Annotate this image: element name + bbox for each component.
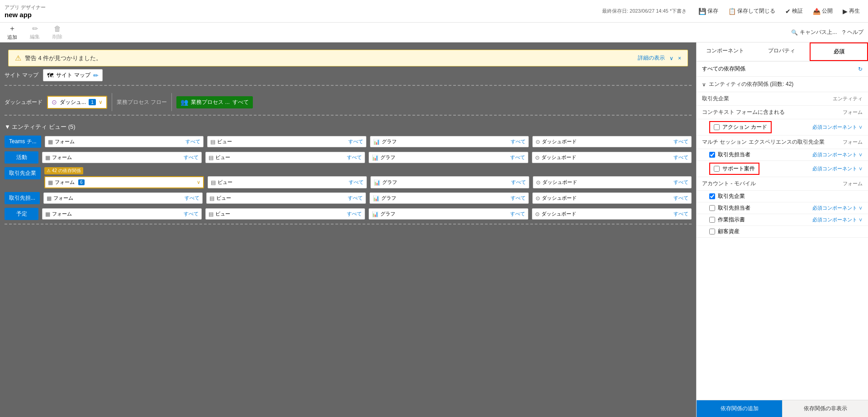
delete-tool[interactable]: 🗑 削除: [50, 24, 65, 41]
help-icon: ?: [842, 29, 845, 36]
entity-view-katsudo[interactable]: ▤ ビュー すべて: [205, 152, 365, 163]
main-toolbar-left: ＋ 追加 ✏ 編集 🗑 削除: [5, 23, 65, 42]
entity-form-torihiki[interactable]: ▦ フォーム 6 ∨: [44, 176, 204, 188]
tab-required[interactable]: 必須: [810, 42, 868, 61]
support-checkbox[interactable]: [714, 166, 720, 172]
warning-left: ⚠ 警告 4 件が見つかりました。: [15, 54, 102, 62]
add-dependency-button[interactable]: 依存関係の追加: [697, 400, 782, 417]
entity-row-1: 活動 ▦ フォーム すべて ▤ ビュー すべて 📊: [5, 151, 692, 164]
divider-3: [5, 224, 692, 225]
entity-form-katsudo[interactable]: ▦ フォーム すべて: [42, 152, 202, 163]
form-icon-tantou: ▦: [47, 195, 52, 201]
app-name: new app: [5, 11, 46, 19]
entity-chart-yotei[interactable]: 📊 グラフ すべて: [369, 208, 528, 220]
dashboard-chevron-icon[interactable]: ∨: [99, 99, 103, 105]
entity-form-teams[interactable]: ▦ フォーム すべて: [45, 136, 204, 147]
entity-btn-tantou[interactable]: 取引先担...: [5, 192, 40, 204]
form-icon-torihiki: ▦: [48, 179, 53, 186]
chevron-down-icon: ∨: [702, 81, 706, 88]
entity-dashboard-yotei[interactable]: ⊙ ダッシュボード すべて: [532, 208, 692, 220]
panel-content: すべての依存関係 ↻ ∨ エンティティの依存関係 (回数: 42) 取引先企業 …: [697, 61, 868, 400]
chart-icon-teams: 📊: [373, 139, 380, 145]
entity-btn-teams[interactable]: Teams チ...: [5, 136, 41, 148]
all-deps-label: すべての依存関係: [702, 65, 745, 73]
sagyou-checkbox[interactable]: [709, 217, 715, 223]
dashboard-icon: ⊙: [52, 98, 57, 106]
entity-view-yotei[interactable]: ▤ ビュー すべて: [205, 208, 365, 220]
entity-view-teams[interactable]: ▤ ビュー すべて: [207, 136, 366, 147]
entity-form-yotei[interactable]: ▦ フォーム すべて: [42, 208, 202, 220]
save-icon: 💾: [698, 8, 706, 15]
warning-message: 警告 4 件が見つかりました。: [25, 54, 102, 62]
view-icon-tantou: ▤: [209, 195, 214, 201]
sagyou-req-link[interactable]: 必須コンポーネント ∨: [812, 216, 863, 223]
warning-chevron-icon[interactable]: ∨: [669, 55, 674, 61]
entity-deps-header[interactable]: ∨ エンティティの依存関係 (回数: 42): [697, 77, 868, 92]
entity-dashboard-tantou[interactable]: ⊙ ダッシュボード すべて: [532, 192, 692, 204]
edit-icon: ✏: [32, 24, 38, 33]
entity-chart-torihiki[interactable]: 📊 グラフ すべて: [370, 176, 529, 188]
redo-button[interactable]: ▶ 再生: [839, 5, 863, 17]
refresh-icon[interactable]: ↻: [858, 66, 863, 72]
main-toolbar-right: 🔍 キャンバス上... ? ヘルプ: [791, 28, 863, 36]
entity-header: ▼ エンティティ ビュー (5): [5, 123, 692, 131]
entity-btn-torihiki[interactable]: 取引先企業: [5, 167, 41, 179]
warning-detail-link[interactable]: 詳細の表示: [638, 54, 665, 62]
add-icon: ＋: [9, 24, 16, 33]
action-card-checkbox-row: アクション カード: [709, 121, 772, 133]
entity-view-tantou[interactable]: ▤ ビュー すべて: [206, 192, 365, 204]
dashboard-icon-katsudo: ⊙: [535, 155, 540, 161]
entity-form-tantou[interactable]: ▦ フォーム すべて: [43, 192, 203, 204]
delete-icon: 🗑: [54, 25, 61, 33]
kokyaku-checkbox[interactable]: [709, 229, 715, 234]
dep-item-tantou-checked: 取引先担当者 必須コンポーネント ∨: [697, 149, 868, 161]
help-tool[interactable]: ? ヘルプ: [842, 28, 863, 36]
all-deps-row[interactable]: すべての依存関係 ↻: [697, 61, 868, 77]
entity-btn-yotei[interactable]: 予定: [5, 208, 38, 220]
sitemap-component[interactable]: 🗺 サイト マップ ✏: [43, 69, 102, 81]
tab-property[interactable]: プロパティ: [753, 42, 810, 61]
action-card-checkbox[interactable]: [714, 124, 720, 130]
add-tool[interactable]: ＋ 追加: [5, 23, 20, 42]
bp-component[interactable]: 👥 業務プロセス ... すべて: [176, 96, 252, 108]
sitemap-edit-icon[interactable]: ✏: [93, 72, 99, 79]
action-card-req-link[interactable]: 必須コンポーネント ∨: [812, 124, 863, 131]
edit-tool[interactable]: ✏ 編集: [27, 23, 43, 41]
tantou2-checkbox[interactable]: [709, 205, 715, 211]
entity-header-text: ▼ エンティティ ビュー (5): [5, 123, 76, 131]
save-close-button[interactable]: 📋 保存して閉じる: [725, 5, 779, 17]
search-tool[interactable]: 🔍 キャンバス上...: [791, 28, 837, 36]
entity-chart-tantou[interactable]: 📊 グラフ すべて: [370, 192, 529, 204]
entity-row-0: Teams チ... ▦ フォーム すべて ▤ ビュー すべて 📊: [5, 136, 692, 148]
validate-button[interactable]: ✔ 検証: [782, 5, 806, 17]
hide-dependency-button[interactable]: 依存関係の非表示: [782, 400, 868, 417]
torihiki-account-checkbox[interactable]: [709, 193, 715, 199]
save-button[interactable]: 💾 保存: [695, 5, 722, 17]
dashboard-icon-yotei: ⊙: [535, 211, 540, 217]
dashboard-icon-teams: ⊙: [536, 139, 540, 145]
entity-btn-katsudo[interactable]: 活動: [5, 151, 38, 164]
section-divider-2: [171, 93, 172, 111]
warning-banner: ⚠ 警告 4 件が見つかりました。 詳細の表示 ∨ ×: [8, 50, 688, 66]
tantou-checkbox[interactable]: [709, 152, 715, 158]
entity-dashboard-torihiki[interactable]: ⊙ ダッシュボード すべて: [533, 176, 692, 188]
entity-view-torihiki[interactable]: ▤ ビュー すべて: [208, 176, 366, 188]
divider-2: [5, 115, 692, 116]
panel-tabs: コンポーネント プロパティ 必須: [697, 42, 868, 61]
entity-rows: Teams チ... ▦ フォーム すべて ▤ ビュー すべて 📊: [5, 136, 692, 220]
entity-dashboard-teams[interactable]: ⊙ ダッシュボード すべて: [532, 136, 692, 147]
entity-chart-katsudo[interactable]: 📊 グラフ すべて: [369, 152, 528, 163]
warning-close-icon[interactable]: ×: [678, 55, 681, 61]
kokyaku-checkbox-row: 顧客資産: [709, 228, 740, 235]
entity-dashboard-katsudo[interactable]: ⊙ ダッシュボード すべて: [532, 152, 692, 163]
view-icon-yotei: ▤: [209, 211, 213, 217]
support-req-link[interactable]: 必須コンポーネント ∨: [812, 165, 863, 172]
tantou2-req-link[interactable]: 必須コンポーネント ∨: [812, 205, 863, 211]
tab-component[interactable]: コンポーネント: [697, 42, 753, 61]
entity-chart-teams[interactable]: 📊 グラフ すべて: [370, 136, 529, 147]
dep-item-kokyaku: 顧客資産: [697, 226, 868, 238]
dashboard-component[interactable]: ⊙ ダッシュ... 1 ∨: [47, 96, 107, 109]
publish-button[interactable]: 📤 公開: [809, 5, 836, 17]
top-bar: アプリ デザイナー new app 最終保存日: 2023/06/27 14:4…: [0, 0, 868, 23]
tantou-req-link[interactable]: 必須コンポーネント ∨: [812, 151, 863, 158]
